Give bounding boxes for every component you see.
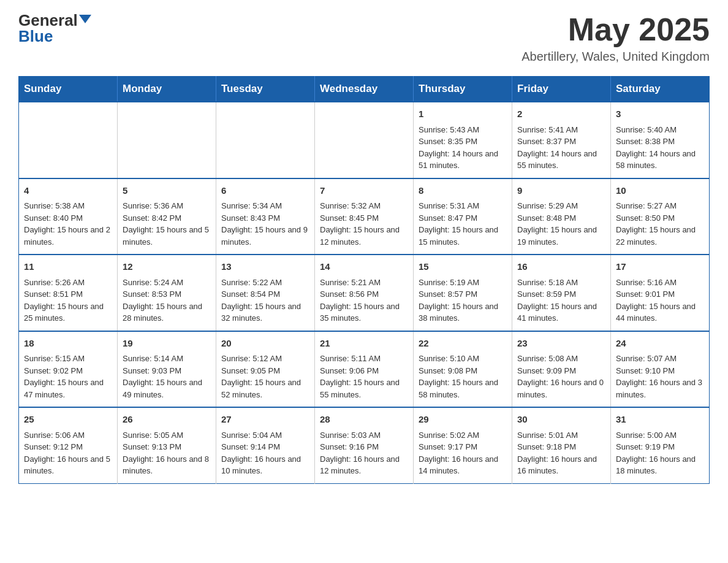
calendar-week-row: 1Sunrise: 5:43 AMSunset: 8:35 PMDaylight… [19, 102, 710, 178]
page-header: General Blue May 2025 Abertillery, Wales… [18, 12, 710, 64]
day-number: 27 [221, 413, 309, 427]
day-info: Sunrise: 5:38 AMSunset: 8:40 PMDaylight:… [24, 200, 112, 248]
day-info: Sunrise: 5:19 AMSunset: 8:57 PMDaylight:… [419, 277, 507, 324]
day-number: 3 [616, 107, 704, 121]
day-info: Sunrise: 5:01 AMSunset: 9:18 PMDaylight:… [517, 429, 605, 477]
day-info: Sunrise: 5:11 AMSunset: 9:06 PMDaylight:… [320, 353, 408, 400]
calendar-day-23: 23Sunrise: 5:08 AMSunset: 9:09 PMDayligh… [512, 331, 611, 408]
calendar-day-20: 20Sunrise: 5:12 AMSunset: 9:05 PMDayligh… [216, 331, 315, 408]
main-title: May 2025 [521, 12, 710, 47]
day-number: 10 [616, 184, 704, 198]
day-info: Sunrise: 5:03 AMSunset: 9:16 PMDaylight:… [320, 429, 408, 477]
day-number: 7 [320, 184, 408, 198]
header-monday: Monday [118, 77, 216, 102]
calendar-day-6: 6Sunrise: 5:34 AMSunset: 8:43 PMDaylight… [216, 178, 315, 255]
day-number: 22 [419, 337, 507, 351]
calendar-day-11: 11Sunrise: 5:26 AMSunset: 8:51 PMDayligh… [19, 255, 118, 331]
calendar-day-1: 1Sunrise: 5:43 AMSunset: 8:35 PMDaylight… [414, 102, 512, 178]
day-info: Sunrise: 5:31 AMSunset: 8:47 PMDaylight:… [419, 200, 507, 248]
day-info: Sunrise: 5:14 AMSunset: 9:03 PMDaylight:… [123, 353, 211, 400]
day-number: 19 [123, 337, 211, 351]
logo-triangle-icon [79, 15, 91, 23]
day-info: Sunrise: 5:08 AMSunset: 9:09 PMDaylight:… [517, 353, 605, 400]
day-number: 1 [419, 107, 507, 121]
day-number: 26 [123, 413, 211, 427]
calendar-header-row: SundayMondayTuesdayWednesdayThursdayFrid… [19, 77, 710, 102]
day-number: 18 [24, 337, 112, 351]
calendar-empty-cell [19, 102, 118, 178]
calendar-day-26: 26Sunrise: 5:05 AMSunset: 9:13 PMDayligh… [118, 407, 216, 483]
calendar-day-29: 29Sunrise: 5:02 AMSunset: 9:17 PMDayligh… [414, 407, 512, 483]
day-info: Sunrise: 5:02 AMSunset: 9:17 PMDaylight:… [419, 429, 507, 477]
calendar-day-30: 30Sunrise: 5:01 AMSunset: 9:18 PMDayligh… [512, 407, 611, 483]
calendar-day-24: 24Sunrise: 5:07 AMSunset: 9:10 PMDayligh… [611, 331, 710, 408]
day-info: Sunrise: 5:06 AMSunset: 9:12 PMDaylight:… [24, 429, 112, 477]
day-info: Sunrise: 5:24 AMSunset: 8:53 PMDaylight:… [123, 277, 211, 324]
header-friday: Friday [512, 77, 611, 102]
calendar-day-21: 21Sunrise: 5:11 AMSunset: 9:06 PMDayligh… [315, 331, 414, 408]
day-info: Sunrise: 5:29 AMSunset: 8:48 PMDaylight:… [517, 200, 605, 248]
day-number: 15 [419, 260, 507, 274]
calendar-day-18: 18Sunrise: 5:15 AMSunset: 9:02 PMDayligh… [19, 331, 118, 408]
day-number: 8 [419, 184, 507, 198]
calendar-day-14: 14Sunrise: 5:21 AMSunset: 8:56 PMDayligh… [315, 255, 414, 331]
calendar-day-13: 13Sunrise: 5:22 AMSunset: 8:54 PMDayligh… [216, 255, 315, 331]
day-info: Sunrise: 5:36 AMSunset: 8:42 PMDaylight:… [123, 200, 211, 248]
day-number: 12 [123, 260, 211, 274]
day-info: Sunrise: 5:32 AMSunset: 8:45 PMDaylight:… [320, 200, 408, 248]
calendar-empty-cell [315, 102, 414, 178]
day-number: 23 [517, 337, 605, 351]
day-number: 13 [221, 260, 309, 274]
day-number: 14 [320, 260, 408, 274]
calendar-day-16: 16Sunrise: 5:18 AMSunset: 8:59 PMDayligh… [512, 255, 611, 331]
calendar-day-15: 15Sunrise: 5:19 AMSunset: 8:57 PMDayligh… [414, 255, 512, 331]
header-tuesday: Tuesday [216, 77, 315, 102]
day-number: 5 [123, 184, 211, 198]
day-number: 28 [320, 413, 408, 427]
day-number: 31 [616, 413, 704, 427]
calendar-day-22: 22Sunrise: 5:10 AMSunset: 9:08 PMDayligh… [414, 331, 512, 408]
location-subtitle: Abertillery, Wales, United Kingdom [521, 50, 710, 64]
calendar-week-row: 11Sunrise: 5:26 AMSunset: 8:51 PMDayligh… [19, 255, 710, 331]
day-number: 2 [517, 107, 605, 121]
calendar-empty-cell [118, 102, 216, 178]
day-info: Sunrise: 5:21 AMSunset: 8:56 PMDaylight:… [320, 277, 408, 324]
day-number: 25 [24, 413, 112, 427]
calendar-day-5: 5Sunrise: 5:36 AMSunset: 8:42 PMDaylight… [118, 178, 216, 255]
day-number: 21 [320, 337, 408, 351]
logo-text: General Blue [18, 12, 91, 44]
calendar-week-row: 25Sunrise: 5:06 AMSunset: 9:12 PMDayligh… [19, 407, 710, 483]
calendar-day-4: 4Sunrise: 5:38 AMSunset: 8:40 PMDaylight… [19, 178, 118, 255]
header-thursday: Thursday [414, 77, 512, 102]
title-block: May 2025 Abertillery, Wales, United King… [521, 12, 710, 64]
day-number: 24 [616, 337, 704, 351]
calendar-day-2: 2Sunrise: 5:41 AMSunset: 8:37 PMDaylight… [512, 102, 611, 178]
day-info: Sunrise: 5:07 AMSunset: 9:10 PMDaylight:… [616, 353, 704, 400]
day-number: 30 [517, 413, 605, 427]
day-info: Sunrise: 5:18 AMSunset: 8:59 PMDaylight:… [517, 277, 605, 324]
day-info: Sunrise: 5:43 AMSunset: 8:35 PMDaylight:… [419, 124, 507, 172]
day-number: 20 [221, 337, 309, 351]
day-info: Sunrise: 5:40 AMSunset: 8:38 PMDaylight:… [616, 124, 704, 172]
calendar-day-28: 28Sunrise: 5:03 AMSunset: 9:16 PMDayligh… [315, 407, 414, 483]
day-info: Sunrise: 5:15 AMSunset: 9:02 PMDaylight:… [24, 353, 112, 400]
calendar-day-31: 31Sunrise: 5:00 AMSunset: 9:19 PMDayligh… [611, 407, 710, 483]
logo-blue: Blue [18, 27, 53, 45]
day-number: 4 [24, 184, 112, 198]
day-info: Sunrise: 5:12 AMSunset: 9:05 PMDaylight:… [221, 353, 309, 400]
day-info: Sunrise: 5:41 AMSunset: 8:37 PMDaylight:… [517, 124, 605, 172]
day-info: Sunrise: 5:22 AMSunset: 8:54 PMDaylight:… [221, 277, 309, 324]
logo: General Blue [18, 12, 91, 44]
day-number: 9 [517, 184, 605, 198]
day-info: Sunrise: 5:27 AMSunset: 8:50 PMDaylight:… [616, 200, 704, 248]
calendar-day-7: 7Sunrise: 5:32 AMSunset: 8:45 PMDaylight… [315, 178, 414, 255]
calendar-day-9: 9Sunrise: 5:29 AMSunset: 8:48 PMDaylight… [512, 178, 611, 255]
day-info: Sunrise: 5:04 AMSunset: 9:14 PMDaylight:… [221, 429, 309, 477]
day-number: 29 [419, 413, 507, 427]
header-saturday: Saturday [611, 77, 710, 102]
day-info: Sunrise: 5:26 AMSunset: 8:51 PMDaylight:… [24, 277, 112, 324]
day-info: Sunrise: 5:00 AMSunset: 9:19 PMDaylight:… [616, 429, 704, 477]
calendar-day-8: 8Sunrise: 5:31 AMSunset: 8:47 PMDaylight… [414, 178, 512, 255]
calendar-table: SundayMondayTuesdayWednesdayThursdayFrid… [18, 76, 710, 484]
day-number: 11 [24, 260, 112, 274]
